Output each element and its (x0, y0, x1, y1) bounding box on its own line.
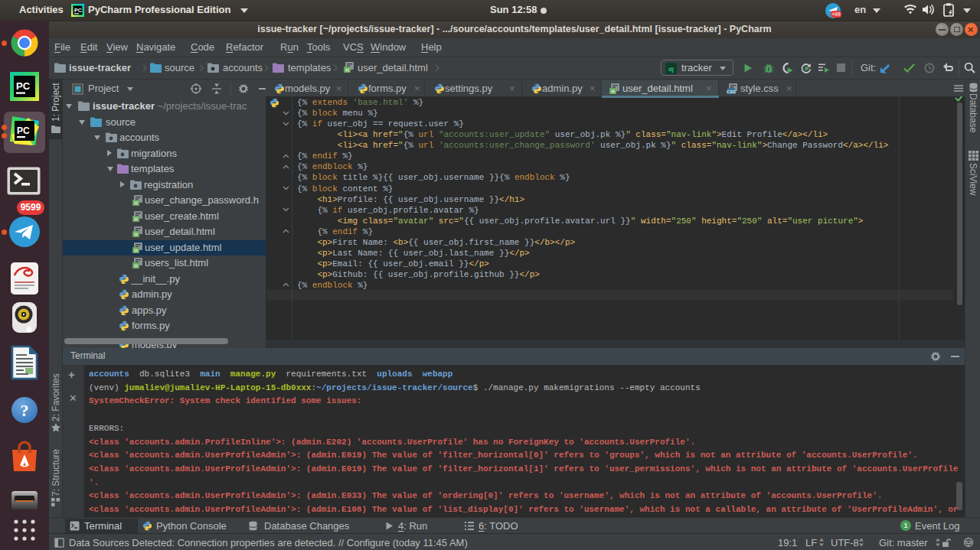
svg-text:+99: +99 (831, 11, 840, 17)
svg-text:?: ? (21, 401, 29, 420)
svg-text:H: H (134, 200, 138, 206)
svg-text:dj: dj (668, 66, 674, 73)
svg-text:PC: PC (74, 8, 82, 13)
svg-text:H: H (134, 247, 138, 252)
svg-text:H: H (345, 67, 349, 73)
svg-text:H: H (134, 216, 138, 221)
svg-text:H: H (611, 89, 615, 94)
svg-text:PC: PC (17, 125, 30, 136)
svg-text:H: H (134, 263, 138, 268)
svg-text:H: H (134, 232, 138, 237)
svg-text:CSS: CSS (727, 89, 736, 94)
svg-text:PC: PC (16, 80, 31, 92)
